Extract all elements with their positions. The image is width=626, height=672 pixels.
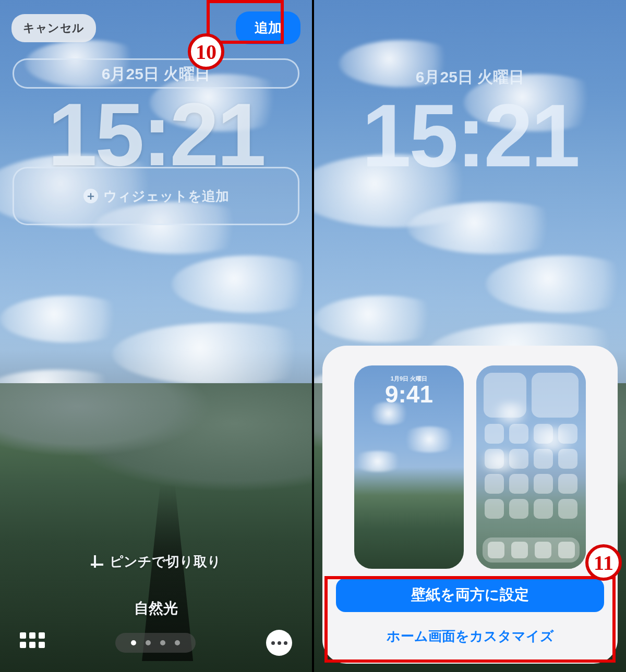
- filter-page-indicator[interactable]: [115, 633, 196, 653]
- wallpaper-previews: 1月9日 火曜日 9:41: [354, 365, 586, 569]
- lockscreen-preview[interactable]: 1月9日 火曜日 9:41: [354, 365, 464, 569]
- clock-display: 15:21: [314, 84, 626, 187]
- pinch-crop-hint: ピンチで切り取り: [0, 553, 312, 571]
- preview-time: 9:41: [354, 380, 464, 408]
- add-widget-slot[interactable]: ＋ ウィジェットを追加: [13, 167, 299, 225]
- lockscreen-edit-phone: キャンセル 追加 6月25日 火曜日 15:21 ＋ ウィジェットを追加 ピンチ…: [0, 0, 312, 672]
- add-widget-label: ウィジェットを追加: [103, 187, 229, 205]
- crop-icon: [91, 555, 104, 569]
- cancel-button[interactable]: キャンセル: [11, 14, 96, 42]
- filter-name-label: 自然光: [0, 598, 312, 618]
- homescreen-preview[interactable]: [476, 365, 586, 569]
- action-sheet: 1月9日 火曜日 9:41 壁紙を両方に設定 ホーム画面をカスタマイズ: [322, 346, 618, 664]
- set-both-button[interactable]: 壁紙を両方に設定: [336, 578, 604, 612]
- add-button[interactable]: 追加: [236, 11, 300, 44]
- bottombar: [0, 626, 312, 659]
- more-button[interactable]: [266, 630, 292, 656]
- photo-grid-button[interactable]: [20, 632, 45, 653]
- topbar: キャンセル 追加: [0, 11, 312, 44]
- customize-home-button[interactable]: ホーム画面をカスタマイズ: [336, 621, 604, 651]
- pinch-crop-label: ピンチで切り取り: [110, 553, 221, 571]
- wallpaper-confirm-phone: 6月25日 火曜日 15:21 1月9日 火曜日 9:41: [314, 0, 626, 672]
- plus-circle-icon: ＋: [83, 189, 98, 203]
